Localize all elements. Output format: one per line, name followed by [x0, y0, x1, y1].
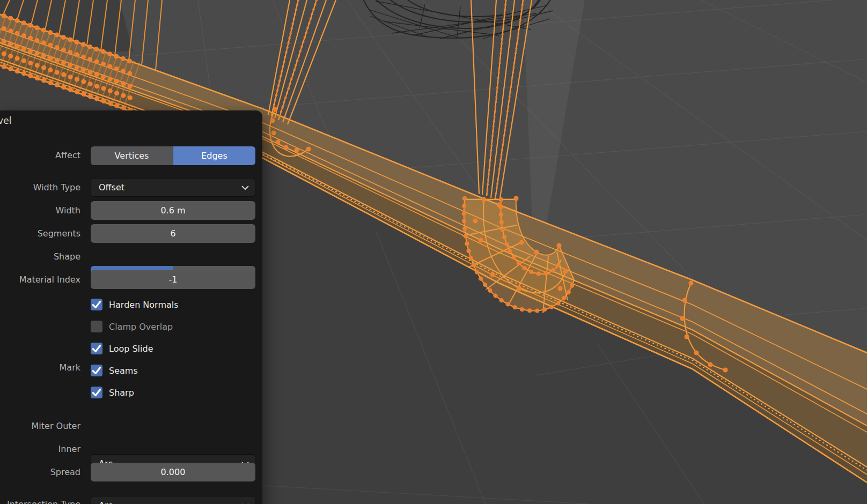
harden-normals-checkbox[interactable] [91, 299, 102, 310]
spread-label: Spread [50, 463, 80, 481]
shape-label: Shape [54, 247, 80, 266]
clamp-overlap-label: Clamp Overlap [109, 321, 173, 333]
segments-field[interactable]: 6 [91, 224, 255, 243]
affect-vertices-button[interactable]: Vertices [91, 146, 173, 165]
width-label: Width [56, 201, 80, 220]
blender-window: Bevel Affect Vertices Edges Width Type O… [0, 0, 867, 504]
mark-sharp-checkbox[interactable] [91, 387, 102, 398]
intersection-type-label: Intersection Type [7, 495, 80, 504]
affect-label: Affect [55, 146, 80, 165]
clamp-overlap-checkbox[interactable] [91, 321, 102, 332]
material-index-field[interactable]: -1 [91, 270, 255, 289]
mark-seams-label: Seams [109, 365, 138, 377]
check-icon [91, 387, 102, 398]
check-icon [91, 299, 102, 310]
bevel-operator-panel: Bevel Affect Vertices Edges Width Type O… [0, 110, 262, 504]
chevron-down-icon [241, 186, 249, 190]
segments-label: Segments [38, 224, 80, 243]
mark-label: Mark [60, 361, 80, 374]
miter-outer-label: Miter Outer [32, 417, 80, 435]
harden-normals-label: Harden Normals [109, 299, 179, 311]
width-field[interactable]: 0.6 m [91, 201, 255, 220]
material-index-label: Material Index [19, 270, 80, 289]
loop-slide-label: Loop Slide [109, 343, 153, 355]
miter-inner-label: Inner [58, 440, 80, 458]
check-icon [91, 343, 102, 354]
miter-inner-value: Arc [99, 500, 113, 504]
miter-inner-dropdown[interactable]: Arc [91, 496, 255, 504]
width-type-label: Width Type [33, 178, 80, 197]
affect-edges-button[interactable]: Edges [173, 146, 255, 165]
width-type-dropdown[interactable]: Offset [91, 178, 255, 197]
mark-sharp-label: Sharp [109, 387, 134, 399]
width-type-value: Offset [99, 182, 124, 192]
loop-slide-checkbox[interactable] [91, 343, 102, 354]
check-icon [91, 365, 102, 376]
panel-title: Bevel [0, 115, 11, 126]
spread-field[interactable]: 0.000 [91, 463, 255, 481]
affect-toggle-group: Vertices Edges [91, 146, 255, 165]
mark-seams-checkbox[interactable] [91, 365, 102, 376]
